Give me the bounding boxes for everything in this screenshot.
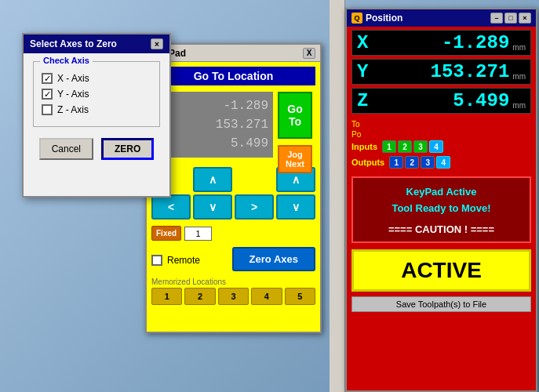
save-toolpath-button[interactable]: Save Toolpath(s) to File [351,296,531,312]
x-value: -1.289 [373,32,509,53]
keypad-active-box: KeyPad Active Tool Ready to Move! ==== C… [351,176,531,243]
keypad-titlebar: KeyPad X [147,45,320,62]
toolbar-left [330,0,345,392]
goto-button[interactable]: GoTo [278,92,312,139]
position-content: X -1.289 mm Y 153.271 mm Z 5.499 mm To P… [347,27,536,390]
inputs-label: Inputs [351,142,377,151]
dialog-title: Select Axes to Zero [30,38,117,49]
y-axis-row: ✓ Y - Axis [42,89,151,100]
memorized-btn-4[interactable]: 4 [251,288,282,305]
fixed-value-input[interactable] [184,227,212,241]
dialog-content: Check Axis ✓ X - Axis ✓ Y - Axis Z [24,53,169,168]
output-led-2: 2 [405,156,419,169]
dialog-titlebar: Select Axes to Zero × [24,34,169,53]
tool-label: To [351,120,360,129]
output-led-3: 3 [421,156,435,169]
nav-down2-button[interactable]: ∨ [276,194,315,220]
keypad-content: Go To Location X -1.289 Y 153.271 Z 5.49… [147,62,320,332]
x-label: X [357,32,373,53]
x-unit: mm [512,43,526,52]
keypad-close-button[interactable]: X [303,48,315,59]
position-title: Position [366,13,402,24]
display-x-row: X -1.289 [156,96,268,115]
minimize-button[interactable]: – [490,13,503,24]
remote-label: Remote [167,255,200,266]
z-label: Z [357,90,373,111]
dialog-footer: Cancel ZERO [33,138,160,160]
input-led-4: 4 [429,140,443,153]
nav-right-button[interactable]: > [235,194,274,220]
keypad-active-line1: KeyPad Active [359,184,523,201]
active-button[interactable]: ACTIVE [351,249,531,292]
position-window: Q Position – □ × X -1.289 mm Y 153.271 m… [345,8,537,392]
memorized-btn-2[interactable]: 2 [184,288,215,305]
select-axes-dialog: Select Axes to Zero × Check Axis ✓ X - A… [22,33,171,198]
z-axis-label: Z - Axis [57,104,89,115]
display-z-row: Z 5.499 [156,134,268,153]
dialog-close-button[interactable]: × [151,38,163,49]
z-axis-row: Z - Axis [42,104,151,115]
z-coord-row: Z 5.499 mm [351,88,531,114]
check-axis-group: Check Axis ✓ X - Axis ✓ Y - Axis Z [33,61,160,127]
titlebar-controls: – □ × [490,13,531,24]
memorized-section: Memorized Locations 1 2 3 4 5 [151,278,315,305]
z-axis-checkbox[interactable] [42,104,53,115]
memorized-btn-3[interactable]: 3 [218,288,249,305]
keypad-active-line2: Tool Ready to Move! [359,201,523,217]
titlebar-left: Q Position [351,13,402,24]
memorized-btn-5[interactable]: 5 [285,288,315,305]
memorized-btn-1[interactable]: 1 [151,288,182,305]
position-icon: Q [351,13,362,24]
nav-down-button[interactable]: ∨ [193,194,232,220]
check-axis-legend: Check Axis [40,56,93,65]
nav-left-button[interactable]: < [151,194,191,220]
keypad-window: KeyPad X Go To Location X -1.289 Y 153.2… [145,43,322,333]
position-titlebar: Q Position – □ × [347,9,536,27]
fixed-button[interactable]: Fixed [151,226,181,241]
z-value: 5.499 [373,90,509,111]
inputs-row: Inputs 1 2 3 4 [351,140,531,153]
cancel-button[interactable]: Cancel [39,138,93,160]
z-unit: mm [512,101,526,110]
input-led-3: 3 [413,140,428,153]
y-axis-checkbox[interactable]: ✓ [42,89,53,100]
memorized-buttons: 1 2 3 4 5 [151,288,315,305]
y-unit: mm [512,72,526,81]
zero-button[interactable]: ZERO [101,138,154,160]
y-value: 153.271 [373,61,509,82]
fixed-row: Fixed [151,226,315,241]
display-y-value: 153.271 [216,115,268,134]
memorized-label: Memorized Locations [151,278,315,286]
remote-row: Remote [151,255,200,266]
display-x-value: -1.289 [223,96,268,115]
x-axis-row: ✓ X - Axis [42,73,151,84]
display-y-row: Y 153.271 [156,115,268,134]
display-z-value: 5.499 [231,134,268,153]
y-axis-label: Y - Axis [57,89,89,100]
output-led-1: 1 [389,156,403,169]
y-coord-row: Y 153.271 mm [351,59,531,85]
zero-axes-button[interactable]: Zero Axes [232,247,315,271]
outputs-row: Outputs 1 2 3 4 [351,156,531,169]
remote-checkbox[interactable] [151,255,162,266]
x-axis-label: X - Axis [57,73,89,84]
caution-text: ==== CAUTION ! ==== [359,223,523,235]
input-led-1: 1 [382,140,396,153]
outputs-label: Outputs [351,158,384,167]
pos-label: Po [351,130,361,139]
close-button[interactable]: × [519,13,531,24]
maximize-button[interactable]: □ [504,13,517,24]
x-axis-check: ✓ [44,74,51,83]
x-axis-checkbox[interactable]: ✓ [42,73,53,84]
jog-next-button[interactable]: JogNext [278,145,312,173]
y-axis-check: ✓ [44,90,51,99]
output-led-4: 4 [436,156,450,169]
goto-header: Go To Location [151,67,315,85]
nav-up-button[interactable]: ∧ [193,167,232,192]
input-led-2: 2 [398,140,412,153]
x-coord-row: X -1.289 mm [351,30,531,56]
y-label: Y [357,61,373,82]
